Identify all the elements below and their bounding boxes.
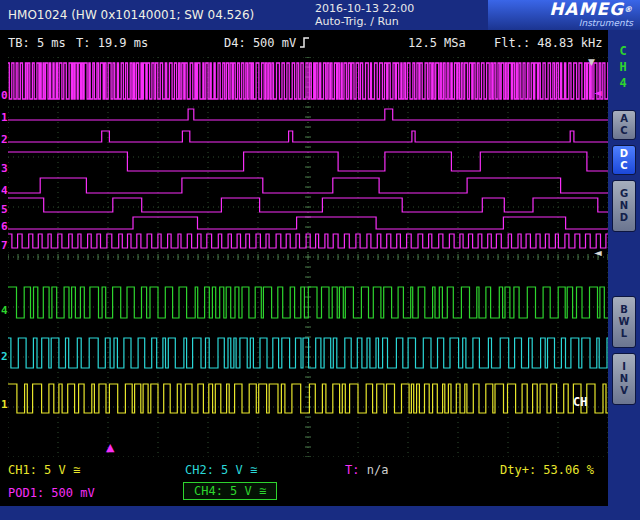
sidebar-channel-label: CH4	[616, 44, 632, 100]
duty-cycle-readout: Dty+: 53.06 %	[500, 463, 594, 477]
trigger-position-marker: ▲	[106, 442, 114, 453]
datetime-readout: 2016-10-13 22:00	[315, 2, 414, 15]
trigger-source-readout[interactable]: D4: 500 mV	[224, 36, 310, 50]
header-bar: HMO1024 (HW 0x10140001; SW 04.526) 2016-…	[0, 0, 640, 30]
pod-d5-trace	[8, 198, 608, 212]
ch2-trace	[8, 338, 608, 368]
pod-marker-2: 2	[1, 134, 8, 146]
pod-d1-trace	[8, 109, 608, 120]
center-axis-ticks-v	[305, 57, 311, 457]
ch1-scale-readout[interactable]: CH1: 5 V ≅	[8, 463, 80, 477]
inv-button[interactable]: INV	[612, 353, 636, 405]
coupling-gnd-button[interactable]: GND	[612, 180, 636, 232]
bottom-readout-bar: CH1: 5 V ≅ CH2: 5 V ≅ T: n/a Dty+: 53.06…	[0, 458, 608, 506]
trigger-readout: T: n/a	[345, 463, 388, 477]
ch1-trace	[8, 384, 608, 413]
ch4-trace	[8, 287, 608, 318]
scope-graticule	[8, 57, 608, 457]
pod-marker-0: 0	[1, 90, 8, 102]
ch4-marker: 4	[1, 305, 8, 317]
rising-edge-icon	[299, 36, 310, 49]
filter-readout: Flt.: 48.83 kHz	[494, 36, 602, 50]
pod-d4-trace	[8, 178, 608, 193]
timebase-readout[interactable]: TB: 5 ms	[8, 36, 66, 50]
device-title: HMO1024 (HW 0x10140001; SW 04.526)	[8, 8, 254, 22]
bwl-button[interactable]: BWL	[612, 296, 636, 348]
ch4-scale-readout[interactable]: CH4: 5 V ≅	[183, 482, 277, 500]
d4-level-marker: ◄	[594, 87, 602, 98]
pod-d0-trace	[8, 63, 608, 99]
hameg-logo: HAMEG® Instruments	[488, 0, 640, 30]
pod-marker-3: 3	[1, 163, 8, 175]
pod1-scale-readout[interactable]: POD1: 500 mV	[8, 486, 95, 500]
pod-marker-4: 4	[1, 185, 8, 197]
bottom-strip	[0, 506, 640, 520]
status-bar: TB: 5 ms T: 19.9 ms D4: 500 mV 12.5 MSa …	[0, 30, 608, 57]
pod-marker-5: 5	[1, 204, 8, 216]
waveform-display: CH 01234567421▼◄◄▲	[0, 57, 608, 458]
sample-rate-readout: 12.5 MSa	[408, 36, 466, 50]
oscilloscope-screen: HMO1024 (HW 0x10140001; SW 04.526) 2016-…	[0, 0, 640, 520]
pod-d7-trace	[8, 234, 608, 248]
acquisition-status: Auto-Trig. / Run	[315, 15, 399, 28]
trigger-time-readout[interactable]: T: 19.9 ms	[76, 36, 148, 50]
pod-marker-1: 1	[1, 112, 8, 124]
coupling-ac-button[interactable]: AC	[612, 110, 636, 140]
ch1-marker: 1	[1, 399, 8, 411]
ch2-marker: 2	[1, 351, 8, 363]
coupling-dc-button[interactable]: DC	[612, 145, 636, 175]
pod-marker-6: 6	[1, 221, 8, 233]
ch2-scale-readout[interactable]: CH2: 5 V ≅	[185, 463, 257, 477]
brand-subtitle: Instruments	[488, 18, 633, 28]
pod-d3-trace	[8, 152, 608, 171]
pod-marker-7: 7	[1, 240, 8, 252]
right-center-marker: ◄	[594, 247, 602, 258]
top-right-marker: ▼	[588, 57, 595, 68]
brand-name: HAMEG®	[488, 1, 633, 18]
channel-overlay-label: CH	[573, 395, 587, 409]
right-menu-panel: CH4 AC DC GND BWL INV	[608, 30, 640, 506]
